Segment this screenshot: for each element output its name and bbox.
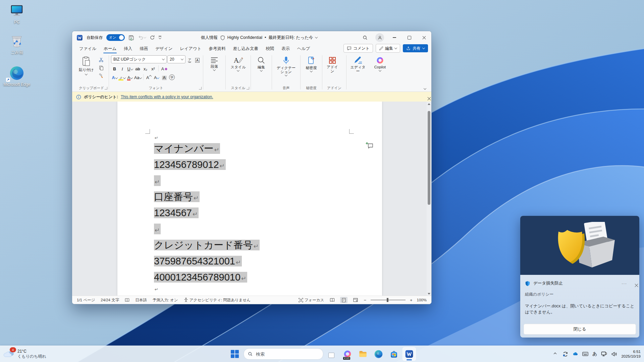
- weather-widget[interactable]: 4 21°C くもりのち晴れ: [3, 346, 46, 362]
- vertical-scrollbar[interactable]: [427, 102, 431, 296]
- scroll-up-button[interactable]: [427, 102, 431, 106]
- zoom-slider[interactable]: [371, 300, 406, 300]
- dialog-launcher-icon[interactable]: [247, 87, 249, 89]
- comments-button[interactable]: コメント: [343, 44, 373, 53]
- start-button[interactable]: [228, 347, 241, 361]
- zoom-in-button[interactable]: +: [410, 298, 413, 303]
- italic-button[interactable]: I: [119, 64, 126, 72]
- sensitivity-button[interactable]: 秘密度: [303, 55, 320, 72]
- tab-review[interactable]: 校閲: [262, 44, 278, 53]
- new-comment-button[interactable]: [366, 142, 374, 149]
- tab-design[interactable]: デザイン: [152, 44, 176, 53]
- cut-button[interactable]: [98, 57, 105, 63]
- proofing-status[interactable]: [125, 298, 129, 302]
- bold-button[interactable]: B: [111, 64, 118, 72]
- paste-button[interactable]: 貼り付け: [76, 55, 97, 75]
- enclose-characters-button[interactable]: 字: [168, 73, 175, 81]
- tray-onedrive-icon[interactable]: [572, 351, 578, 357]
- desktop-icon-recycle-bin[interactable]: ごみ箱: [3, 32, 31, 55]
- search-button[interactable]: [358, 31, 372, 44]
- language-indicator[interactable]: 日本語: [135, 298, 147, 303]
- editor-button[interactable]: エディター: [348, 55, 367, 73]
- strikethrough-button[interactable]: ab: [134, 64, 141, 72]
- dialog-launcher-icon[interactable]: [199, 87, 202, 89]
- dictation-button[interactable]: ディクテーション: [274, 55, 298, 76]
- copilot-m365-button[interactable]: M365: [341, 347, 354, 361]
- collapse-ribbon-icon[interactable]: [424, 87, 426, 89]
- tray-ime-indicator[interactable]: あ: [592, 351, 597, 357]
- editing-mode-button[interactable]: 編集: [376, 44, 400, 53]
- font-color-button[interactable]: A: [126, 73, 133, 81]
- phonetic-guide-button[interactable]: ア: [186, 56, 193, 63]
- undo-icon[interactable]: [138, 35, 146, 40]
- zoom-out-button[interactable]: −: [364, 298, 366, 303]
- grow-font-button[interactable]: A: [145, 73, 152, 81]
- character-border-button[interactable]: A: [194, 56, 201, 63]
- word-count[interactable]: 24/24 文字: [101, 298, 119, 303]
- scrollbar-thumb[interactable]: [428, 111, 430, 205]
- font-size-select[interactable]: 20: [167, 55, 185, 63]
- minimize-button[interactable]: [387, 31, 402, 44]
- desktop-icon-edge[interactable]: Microsoft Edge: [1, 64, 33, 87]
- subscript-button[interactable]: x₂: [142, 64, 149, 72]
- dialog-launcher-icon[interactable]: [105, 87, 107, 89]
- autosave-toggle[interactable]: オン: [106, 34, 125, 41]
- print-layout-button[interactable]: [340, 297, 347, 303]
- tray-clock[interactable]: 6:51 2025/10/19: [621, 349, 641, 359]
- tray-chevron-up[interactable]: [552, 351, 558, 357]
- read-mode-button[interactable]: [328, 297, 336, 303]
- save-icon[interactable]: [128, 35, 134, 41]
- character-shading-button[interactable]: A: [161, 73, 168, 81]
- zoom-slider-thumb[interactable]: [387, 298, 388, 302]
- paragraph-button[interactable]: 段落: [205, 55, 223, 71]
- focus-mode-button[interactable]: フォーカス: [299, 298, 324, 303]
- tab-home[interactable]: ホーム: [100, 44, 120, 53]
- accessibility-status[interactable]: アクセシビリティ: 問題ありません: [184, 298, 251, 303]
- word-taskbar-button[interactable]: [402, 347, 416, 361]
- tab-help[interactable]: ヘルプ: [293, 44, 314, 53]
- document-title[interactable]: 個人情報 Highly Confidential • 最終更新日時: たった今: [201, 35, 317, 41]
- change-case-button[interactable]: Aa: [134, 73, 142, 81]
- search-input[interactable]: [255, 351, 307, 357]
- tab-references[interactable]: 参考資料: [205, 44, 229, 53]
- more-options-button[interactable]: ···: [622, 281, 627, 286]
- copilot-button[interactable]: Copilot: [370, 55, 390, 72]
- text-effects-button[interactable]: A: [111, 73, 118, 81]
- tray-touch-keyboard-icon[interactable]: [582, 351, 588, 357]
- styles-button[interactable]: A スタイル: [228, 55, 249, 72]
- tray-volume-icon[interactable]: [611, 351, 617, 357]
- notification-dismiss-button[interactable]: 閉じる: [524, 324, 636, 335]
- editing-button[interactable]: 編集: [253, 55, 270, 72]
- quick-access-menu-icon[interactable]: [159, 36, 161, 39]
- underline-button[interactable]: U: [126, 64, 133, 72]
- prediction-indicator[interactable]: 予測入力: オン: [153, 298, 178, 303]
- taskbar-search[interactable]: [244, 348, 323, 360]
- web-layout-button[interactable]: [352, 297, 359, 303]
- tab-mailings[interactable]: 差し込み文書: [229, 44, 262, 53]
- addins-button[interactable]: アドイン: [324, 55, 340, 73]
- tab-layout[interactable]: レイアウト: [176, 44, 205, 53]
- share-button[interactable]: 共有: [403, 44, 428, 52]
- font-name-select[interactable]: BIZ UDPゴシック: [111, 55, 167, 63]
- redo-icon[interactable]: [150, 35, 155, 40]
- shrink-font-button[interactable]: A: [153, 73, 160, 81]
- maximize-button[interactable]: [402, 31, 417, 44]
- clear-formatting-button[interactable]: A: [160, 64, 167, 72]
- scroll-down-button[interactable]: [427, 291, 431, 296]
- close-button[interactable]: [417, 31, 431, 44]
- desktop-icon-pc[interactable]: PC: [3, 2, 31, 24]
- edge-button[interactable]: [372, 347, 385, 361]
- policy-tip-link[interactable]: This item conflicts with a policy in you…: [121, 95, 213, 99]
- tab-view[interactable]: 表示: [278, 44, 293, 53]
- format-painter-button[interactable]: [98, 73, 105, 79]
- zoom-level[interactable]: 100%: [417, 298, 427, 302]
- copy-button[interactable]: [98, 65, 105, 71]
- document-page[interactable]: ↵ マイナンバー↵ 123456789012↵ ↵ 口座番号↵ 1234567↵…: [117, 102, 382, 296]
- tray-update-icon[interactable]: [562, 351, 568, 357]
- account-button[interactable]: [372, 31, 387, 44]
- highlight-color-button[interactable]: [119, 73, 126, 81]
- tray-network-icon[interactable]: [601, 351, 607, 357]
- file-explorer-button[interactable]: [356, 347, 370, 361]
- tab-file[interactable]: ファイル: [75, 44, 100, 53]
- superscript-button[interactable]: x²: [150, 64, 157, 72]
